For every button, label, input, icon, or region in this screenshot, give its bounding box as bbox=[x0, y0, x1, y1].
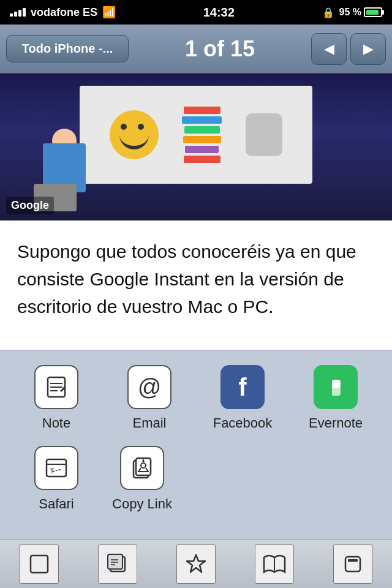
status-right: 🔒 95 % bbox=[322, 7, 382, 18]
nav-arrows: ◀ ▶ bbox=[311, 33, 386, 65]
evernote-icon bbox=[314, 365, 358, 409]
status-bar: vodafone ES 📶 14:32 🔒 95 % bbox=[0, 0, 392, 24]
stage-screen bbox=[80, 86, 312, 184]
safari-icon bbox=[34, 446, 78, 490]
battery-icon bbox=[364, 7, 382, 17]
wifi-icon: 📶 bbox=[102, 6, 116, 19]
share-item-safari[interactable]: Safari bbox=[20, 446, 93, 512]
share-item-facebook[interactable]: f Facebook bbox=[206, 365, 279, 431]
nav-title-button[interactable]: Todo iPhone -... bbox=[6, 35, 129, 62]
google-logo: Google bbox=[6, 197, 54, 214]
svg-rect-19 bbox=[348, 559, 358, 562]
pages-icon bbox=[107, 553, 129, 575]
evernote-label: Evernote bbox=[309, 415, 363, 431]
facebook-icon: f bbox=[221, 365, 265, 409]
bookmark-button[interactable] bbox=[176, 545, 216, 584]
status-left: vodafone ES 📶 bbox=[10, 6, 116, 19]
share-row-2: Safari Copy Link bbox=[10, 446, 382, 512]
battery-fill bbox=[366, 10, 379, 15]
copylink-label: Copy Link bbox=[112, 496, 172, 512]
svg-rect-10 bbox=[31, 556, 48, 573]
email-icon: @ bbox=[127, 365, 172, 409]
article-image: Google bbox=[0, 74, 392, 221]
prev-arrow-button[interactable]: ◀ bbox=[311, 33, 347, 65]
nav-bar: Todo iPhone -... 1 of 15 ◀ ▶ bbox=[0, 24, 392, 74]
reader-icon bbox=[263, 552, 286, 576]
tabs-icon bbox=[342, 553, 364, 575]
star-icon bbox=[184, 552, 208, 576]
share-item-copylink[interactable]: Copy Link bbox=[105, 446, 179, 512]
pages-button[interactable] bbox=[98, 545, 137, 584]
battery-percent: 95 % bbox=[339, 7, 361, 18]
email-label: Email bbox=[132, 415, 166, 431]
new-tab-icon bbox=[28, 553, 50, 575]
carrier-label: vodafone ES bbox=[31, 6, 97, 19]
smiley-icon bbox=[110, 110, 159, 159]
reader-button[interactable] bbox=[255, 545, 294, 584]
facebook-label: Facebook bbox=[213, 415, 273, 431]
note-label: Note bbox=[42, 415, 70, 431]
share-item-note[interactable]: Note bbox=[20, 365, 93, 431]
battery-container: 95 % bbox=[339, 7, 382, 18]
lock-icon: 🔒 bbox=[322, 7, 334, 18]
new-tab-button[interactable] bbox=[20, 545, 59, 584]
status-time: 14:32 bbox=[203, 6, 235, 20]
signal-bars-icon bbox=[10, 8, 26, 17]
svg-marker-16 bbox=[187, 555, 205, 572]
share-item-email[interactable]: @ Email bbox=[113, 365, 186, 431]
tabs-button[interactable] bbox=[333, 545, 372, 584]
svg-rect-5 bbox=[47, 459, 66, 477]
thinker-icon bbox=[246, 113, 282, 156]
article-text: Supongo que todos conoceréis ya en que c… bbox=[0, 221, 392, 330]
share-row-1: Note @ Email f Facebook Ever bbox=[10, 365, 382, 431]
books-stack-icon bbox=[182, 107, 222, 163]
next-arrow-button[interactable]: ▶ bbox=[350, 33, 386, 65]
bottom-toolbar bbox=[0, 539, 392, 588]
share-overlay: Note @ Email f Facebook Ever bbox=[0, 350, 392, 539]
note-icon bbox=[34, 365, 78, 409]
nav-counter: 1 of 15 bbox=[129, 36, 311, 62]
svg-rect-12 bbox=[108, 554, 123, 569]
share-item-evernote[interactable]: Evernote bbox=[299, 365, 372, 431]
svg-rect-18 bbox=[345, 557, 360, 571]
copylink-icon bbox=[120, 446, 164, 490]
safari-label: Safari bbox=[39, 496, 74, 512]
